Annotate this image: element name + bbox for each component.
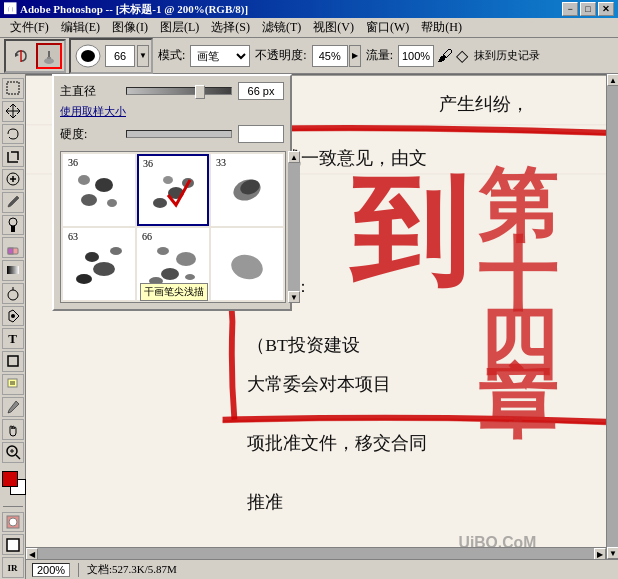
scroll-up-button[interactable]: ▲ (607, 74, 618, 86)
opacity-arrow[interactable]: ▶ (349, 45, 361, 67)
menu-filter[interactable]: 滤镜(T) (256, 17, 307, 38)
maximize-button[interactable]: □ (580, 2, 596, 16)
hardness-label: 硬度: (60, 126, 120, 143)
tool-crop[interactable] (2, 146, 24, 167)
menu-window[interactable]: 窗口(W) (360, 17, 415, 38)
main-area: T IR (0, 74, 618, 579)
menu-image[interactable]: 图像(I) (106, 17, 154, 38)
menu-edit[interactable]: 编辑(E) (55, 17, 106, 38)
svg-point-47 (228, 251, 265, 282)
svg-rect-13 (7, 266, 19, 274)
svg-rect-7 (7, 82, 19, 94)
tool-type[interactable]: T (2, 328, 24, 349)
brush-preview-2 (148, 165, 198, 215)
tool-move[interactable] (2, 101, 24, 122)
mode-select[interactable]: 画笔 (190, 45, 250, 67)
menu-layer[interactable]: 图层(L) (154, 17, 205, 38)
svg-text:到: 到 (349, 167, 468, 298)
scroll-down-button[interactable]: ▼ (607, 547, 618, 559)
brush-scroll-up[interactable]: ▲ (288, 151, 300, 163)
svg-rect-27 (7, 539, 19, 551)
menu-view[interactable]: 视图(V) (307, 17, 360, 38)
history-brush-button[interactable] (8, 43, 34, 69)
flow-label: 流量: (366, 47, 393, 64)
diameter-label: 主直径 (60, 83, 120, 100)
brush-popup: 主直径 使用取样大小 硬度: 36 (52, 74, 292, 311)
brush-preview-icon[interactable] (73, 42, 103, 70)
toolbox: T IR (0, 74, 26, 579)
menu-select[interactable]: 选择(S) (205, 17, 256, 38)
svg-point-14 (8, 290, 18, 300)
canvas-container: 主直径 使用取样大小 硬度: 36 (26, 74, 618, 579)
tool-dodge[interactable] (2, 283, 24, 304)
brush-preview-1 (74, 165, 124, 215)
imageready-button[interactable]: IR (2, 557, 24, 578)
tool-brush[interactable] (2, 192, 24, 213)
tool-eyedropper[interactable] (2, 397, 24, 418)
flow-field (398, 45, 434, 67)
horizontal-scroll-track[interactable] (38, 548, 594, 559)
svg-point-39 (93, 262, 115, 276)
svg-point-26 (9, 518, 17, 526)
tool-lasso[interactable] (2, 124, 24, 145)
tool-zoom[interactable] (2, 442, 24, 463)
diameter-slider[interactable] (126, 87, 232, 95)
use-sample-button[interactable]: 使用取样大小 (60, 104, 284, 119)
brush-button[interactable] (36, 43, 62, 69)
tool-stamp[interactable] (2, 215, 24, 236)
diameter-value[interactable] (238, 82, 284, 100)
tool-marquee[interactable] (2, 78, 24, 99)
hardness-value[interactable] (238, 125, 284, 143)
opacity-input[interactable] (312, 45, 348, 67)
history-label: 抹到历史记录 (474, 48, 540, 63)
brush-cell-3[interactable]: 33 (211, 154, 283, 226)
brush-size-4: 63 (68, 231, 78, 242)
svg-point-31 (78, 175, 90, 185)
svg-line-22 (16, 455, 20, 459)
brush-tool-group (4, 39, 66, 73)
svg-point-30 (107, 199, 117, 207)
svg-point-41 (85, 252, 99, 262)
brush-size-input[interactable] (105, 45, 135, 67)
quick-mask-button[interactable] (2, 512, 24, 533)
tool-eraser[interactable] (2, 237, 24, 258)
flow-input[interactable] (398, 45, 434, 67)
brush-cell-1[interactable]: 36 (63, 154, 135, 226)
svg-point-32 (153, 198, 167, 208)
tool-gradient[interactable] (2, 260, 24, 281)
vertical-scrollbar: ▲ ▼ (606, 74, 618, 559)
brush-scroll-down[interactable]: ▼ (288, 291, 300, 303)
menu-help[interactable]: 帮助(H) (415, 17, 468, 38)
brush-cell-4[interactable]: 63 (63, 228, 135, 300)
hardness-slider[interactable] (126, 130, 232, 138)
brush-size-3: 33 (216, 157, 226, 168)
tool-notes[interactable] (2, 374, 24, 395)
svg-text:产生纠纷，: 产生纠纷， (439, 94, 529, 114)
brush-preview-4 (74, 239, 124, 289)
opacity-field: ▶ (312, 45, 361, 67)
foreground-color[interactable] (2, 471, 18, 487)
vertical-scroll-track[interactable] (607, 86, 618, 547)
menu-file[interactable]: 文件(F) (4, 17, 55, 38)
zoom-input[interactable] (32, 563, 70, 577)
brush-cell-6[interactable] (211, 228, 283, 300)
tool-pen[interactable] (2, 306, 24, 327)
close-button[interactable]: ✕ (598, 2, 614, 16)
brush-grid-container: 36 36 (60, 151, 284, 303)
screen-mode-button[interactable] (2, 534, 24, 555)
brush-size-5: 66 (142, 231, 152, 242)
tool-heal[interactable] (2, 169, 24, 190)
brush-grid-scrollbar: ▲ ▼ (288, 151, 300, 303)
tool-hand[interactable] (2, 419, 24, 440)
tablet-pressure-button[interactable]: ◇ (456, 46, 468, 65)
brush-size-down-arrow[interactable]: ▼ (137, 45, 149, 67)
tool-shape[interactable] (2, 351, 24, 372)
svg-point-9 (9, 218, 17, 226)
color-swatches (2, 471, 24, 501)
brush-size-1: 36 (68, 157, 78, 168)
title-bar-buttons[interactable]: − □ ✕ (562, 2, 614, 16)
minimize-button[interactable]: − (562, 2, 578, 16)
airbrush-button[interactable]: 🖌 (437, 47, 453, 65)
brush-cell-5[interactable]: 66 干画笔尖浅描 (137, 228, 209, 300)
brush-cell-2[interactable]: 36 (137, 154, 209, 226)
